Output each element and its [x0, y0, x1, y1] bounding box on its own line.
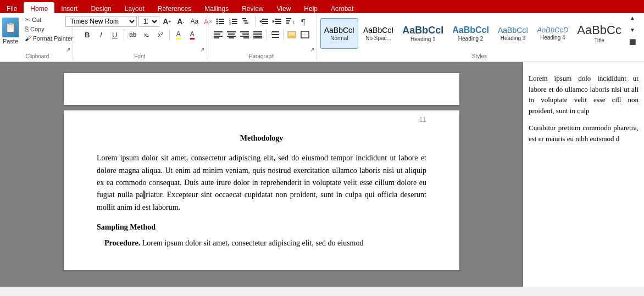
paste-label: Paste [3, 38, 18, 44]
change-case-button[interactable]: Aa [188, 15, 201, 27]
style-heading1[interactable]: AaBbCcI Heading 1 [398, 18, 447, 49]
italic-button[interactable]: I [95, 29, 107, 41]
svg-rect-23 [286, 18, 291, 19]
style-h1-preview: AaBbCcI [402, 25, 443, 35]
text-highlight-button[interactable]: A [173, 29, 185, 41]
styles-more[interactable]: ⬛ [626, 36, 639, 48]
svg-marker-15 [259, 20, 262, 23]
line-spacing-button[interactable]: ↕ [269, 29, 281, 41]
align-right-button[interactable] [238, 29, 251, 41]
style-h3-preview: AaBbCcI [498, 26, 528, 34]
styles-scroll-buttons: ▲ ▼ ⬛ [626, 15, 639, 55]
underline-button[interactable]: U [109, 29, 121, 41]
font-grow-button[interactable]: A+ [161, 15, 173, 27]
para-sep3 [283, 29, 284, 40]
sort-button[interactable]: ↕ [284, 15, 296, 27]
page-content[interactable]: Methodology Lorem ipsum dolor sit amet, … [97, 132, 426, 249]
svg-point-0 [216, 19, 218, 20]
ribbon-container: File Home Insert Design Layout Reference… [0, 0, 644, 62]
increase-indent-button[interactable] [271, 15, 283, 27]
document-procedure: Procedure. Lorem ipsum dolor sit amet, c… [97, 237, 426, 249]
paragraph-group-label: Paragraph [249, 53, 275, 59]
styles-group: AaBbCcI Normal AaBbCcI No Spac... AaBbCc… [317, 14, 642, 60]
svg-rect-43 [272, 31, 279, 32]
svg-rect-25 [286, 23, 289, 24]
font-group-label: Font [134, 53, 145, 59]
clipboard-group: 📋 Paste ✂ Cut ⎘ Copy [2, 14, 73, 60]
svg-rect-37 [240, 36, 249, 37]
subscript-button[interactable]: x₂ [141, 29, 153, 41]
side-para-2: Curabitur pretium commodo pharetra, est … [529, 122, 639, 144]
svg-point-2 [216, 21, 218, 23]
font-name-selector[interactable]: Times New Rom [65, 16, 137, 27]
numbered-list-button[interactable]: 1.2.3. [227, 15, 240, 27]
styles-group-label: Styles [472, 53, 487, 59]
style-heading4[interactable]: AoBbCcD Heading 4 [533, 18, 572, 49]
style-heading3[interactable]: AaBbCcI Heading 3 [494, 18, 532, 49]
svg-rect-20 [275, 19, 281, 20]
side-para-1: Lorem ipsum dolo incididunt ut labore et… [529, 73, 639, 116]
svg-rect-21 [275, 21, 281, 22]
style-h1-label: Heading 1 [410, 36, 436, 42]
strikethrough-button[interactable]: ab [127, 29, 139, 41]
svg-rect-42 [253, 37, 262, 38]
style-h4-preview: AoBbCcD [537, 26, 568, 33]
style-nospace-label: No Spac... [365, 35, 391, 41]
svg-rect-45 [272, 37, 279, 38]
style-h4-label: Heading 4 [540, 35, 565, 41]
show-marks-button[interactable]: ¶ [297, 15, 309, 27]
svg-marker-19 [273, 20, 275, 23]
document-area: 11 Methodology Lorem ipsum dolor sit ame… [0, 62, 644, 287]
document-sub-subheading: Procedure. [104, 239, 140, 247]
multilevel-list-button[interactable] [241, 15, 253, 27]
font-size-selector[interactable]: 12 [138, 16, 159, 27]
font-expand[interactable]: ↗ [199, 46, 206, 53]
superscript-button[interactable]: x² [154, 29, 166, 41]
style-title-preview: AaBbCc [577, 24, 621, 36]
font-color-button[interactable]: A [186, 29, 198, 41]
svg-rect-11 [232, 23, 237, 24]
tab-bar: File Home Insert Design Layout Reference… [0, 0, 644, 13]
style-normal[interactable]: AaBbCcI Normal [320, 18, 358, 49]
document-page: 11 Methodology Lorem ipsum dolor sit ame… [64, 110, 459, 270]
svg-rect-32 [228, 33, 235, 35]
svg-rect-39 [253, 31, 262, 32]
svg-rect-29 [214, 36, 223, 37]
svg-rect-12 [242, 18, 246, 19]
decrease-indent-button[interactable] [258, 15, 270, 27]
shading-button[interactable] [286, 29, 298, 41]
main-document-area[interactable]: 11 Methodology Lorem ipsum dolor sit ame… [0, 62, 523, 287]
paste-button[interactable]: 📋 Paste [0, 15, 22, 52]
style-nospace[interactable]: AaBbCcI No Spac... [359, 18, 397, 49]
bullet-list-button[interactable] [214, 15, 226, 27]
style-h2-label: Heading 2 [458, 36, 484, 42]
font-shrink-button[interactable]: A- [175, 15, 187, 27]
align-left-button[interactable] [212, 29, 224, 41]
svg-text:↕: ↕ [270, 31, 273, 36]
bold-button[interactable]: B [81, 29, 93, 41]
svg-point-4 [216, 23, 218, 25]
copy-icon: ⎘ [25, 25, 29, 33]
style-title[interactable]: AaBbCc Title [573, 18, 625, 49]
side-panel: Lorem ipsum dolo incididunt ut labore et… [523, 62, 644, 287]
clipboard-label: Clipboard [25, 53, 49, 59]
align-center-button[interactable] [225, 29, 237, 41]
svg-rect-22 [275, 23, 281, 24]
justify-button[interactable] [252, 29, 264, 41]
style-heading2[interactable]: AaBbCcI Heading 2 [448, 18, 493, 49]
svg-rect-38 [243, 37, 249, 38]
borders-button[interactable] [299, 29, 311, 41]
style-normal-preview: AaBbCcI [324, 26, 354, 34]
svg-text:↕: ↕ [292, 19, 295, 25]
svg-rect-14 [245, 23, 248, 24]
para-expand[interactable]: ↗ [309, 46, 315, 53]
style-h2-preview: AaBbCcI [452, 26, 489, 35]
svg-rect-44 [272, 34, 279, 35]
styles-scroll-down[interactable]: ▼ [626, 24, 639, 36]
format-painter-icon: 🖌 [25, 35, 31, 42]
svg-rect-40 [253, 33, 262, 35]
para-sep2 [266, 29, 267, 40]
svg-rect-30 [214, 37, 219, 38]
document-paragraph-1: Lorem ipsum dolor sit amet, consectetur … [97, 152, 426, 214]
styles-scroll-up[interactable]: ▲ [626, 15, 639, 24]
